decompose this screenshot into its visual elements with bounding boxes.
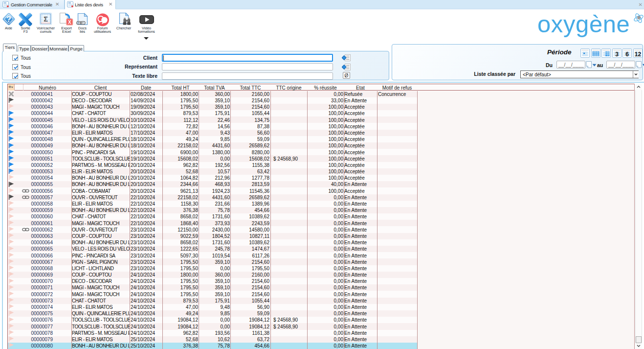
svg-text:3: 3 <box>615 51 619 58</box>
svg-text:6: 6 <box>625 51 629 58</box>
svg-text:12: 12 <box>634 51 641 58</box>
